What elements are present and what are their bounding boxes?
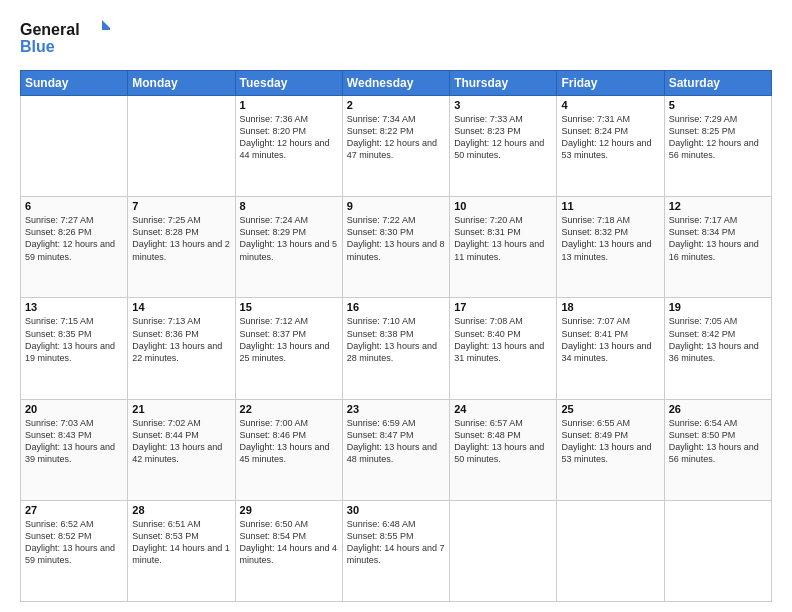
- calendar-cell: 3Sunrise: 7:33 AM Sunset: 8:23 PM Daylig…: [450, 96, 557, 197]
- day-info: Sunrise: 7:07 AM Sunset: 8:41 PM Dayligh…: [561, 315, 659, 364]
- day-info: Sunrise: 6:50 AM Sunset: 8:54 PM Dayligh…: [240, 518, 338, 567]
- day-header-tuesday: Tuesday: [235, 71, 342, 96]
- svg-text:Blue: Blue: [20, 38, 55, 55]
- calendar-cell: 16Sunrise: 7:10 AM Sunset: 8:38 PM Dayli…: [342, 298, 449, 399]
- day-info: Sunrise: 6:59 AM Sunset: 8:47 PM Dayligh…: [347, 417, 445, 466]
- day-info: Sunrise: 7:34 AM Sunset: 8:22 PM Dayligh…: [347, 113, 445, 162]
- calendar-cell: 28Sunrise: 6:51 AM Sunset: 8:53 PM Dayli…: [128, 500, 235, 601]
- day-info: Sunrise: 6:52 AM Sunset: 8:52 PM Dayligh…: [25, 518, 123, 567]
- day-number: 6: [25, 200, 123, 212]
- day-info: Sunrise: 7:05 AM Sunset: 8:42 PM Dayligh…: [669, 315, 767, 364]
- day-header-sunday: Sunday: [21, 71, 128, 96]
- day-header-monday: Monday: [128, 71, 235, 96]
- day-header-friday: Friday: [557, 71, 664, 96]
- day-number: 23: [347, 403, 445, 415]
- calendar-week-4: 20Sunrise: 7:03 AM Sunset: 8:43 PM Dayli…: [21, 399, 772, 500]
- header: General Blue: [20, 18, 772, 60]
- calendar-cell: 21Sunrise: 7:02 AM Sunset: 8:44 PM Dayli…: [128, 399, 235, 500]
- day-header-saturday: Saturday: [664, 71, 771, 96]
- day-number: 11: [561, 200, 659, 212]
- calendar-week-2: 6Sunrise: 7:27 AM Sunset: 8:26 PM Daylig…: [21, 197, 772, 298]
- day-number: 13: [25, 301, 123, 313]
- calendar-cell: 17Sunrise: 7:08 AM Sunset: 8:40 PM Dayli…: [450, 298, 557, 399]
- day-info: Sunrise: 7:27 AM Sunset: 8:26 PM Dayligh…: [25, 214, 123, 263]
- calendar-cell: 27Sunrise: 6:52 AM Sunset: 8:52 PM Dayli…: [21, 500, 128, 601]
- calendar-cell: 23Sunrise: 6:59 AM Sunset: 8:47 PM Dayli…: [342, 399, 449, 500]
- day-info: Sunrise: 7:10 AM Sunset: 8:38 PM Dayligh…: [347, 315, 445, 364]
- calendar-week-3: 13Sunrise: 7:15 AM Sunset: 8:35 PM Dayli…: [21, 298, 772, 399]
- day-number: 29: [240, 504, 338, 516]
- day-number: 9: [347, 200, 445, 212]
- day-number: 12: [669, 200, 767, 212]
- day-number: 24: [454, 403, 552, 415]
- svg-text:General: General: [20, 21, 80, 38]
- page: General Blue SundayMondayTuesdayWednesda…: [0, 0, 792, 612]
- day-number: 22: [240, 403, 338, 415]
- day-number: 26: [669, 403, 767, 415]
- day-number: 5: [669, 99, 767, 111]
- day-number: 18: [561, 301, 659, 313]
- logo-icon: General Blue: [20, 18, 110, 60]
- day-number: 8: [240, 200, 338, 212]
- calendar-cell: [664, 500, 771, 601]
- calendar-cell: 5Sunrise: 7:29 AM Sunset: 8:25 PM Daylig…: [664, 96, 771, 197]
- day-number: 27: [25, 504, 123, 516]
- day-number: 30: [347, 504, 445, 516]
- day-info: Sunrise: 7:17 AM Sunset: 8:34 PM Dayligh…: [669, 214, 767, 263]
- calendar-cell: 6Sunrise: 7:27 AM Sunset: 8:26 PM Daylig…: [21, 197, 128, 298]
- calendar-cell: 24Sunrise: 6:57 AM Sunset: 8:48 PM Dayli…: [450, 399, 557, 500]
- day-info: Sunrise: 7:25 AM Sunset: 8:28 PM Dayligh…: [132, 214, 230, 263]
- day-header-wednesday: Wednesday: [342, 71, 449, 96]
- calendar-cell: 29Sunrise: 6:50 AM Sunset: 8:54 PM Dayli…: [235, 500, 342, 601]
- calendar-cell: 15Sunrise: 7:12 AM Sunset: 8:37 PM Dayli…: [235, 298, 342, 399]
- calendar-week-1: 1Sunrise: 7:36 AM Sunset: 8:20 PM Daylig…: [21, 96, 772, 197]
- day-number: 19: [669, 301, 767, 313]
- day-number: 21: [132, 403, 230, 415]
- calendar-header-row: SundayMondayTuesdayWednesdayThursdayFrid…: [21, 71, 772, 96]
- day-info: Sunrise: 7:13 AM Sunset: 8:36 PM Dayligh…: [132, 315, 230, 364]
- day-info: Sunrise: 7:33 AM Sunset: 8:23 PM Dayligh…: [454, 113, 552, 162]
- day-info: Sunrise: 7:18 AM Sunset: 8:32 PM Dayligh…: [561, 214, 659, 263]
- calendar-cell: 22Sunrise: 7:00 AM Sunset: 8:46 PM Dayli…: [235, 399, 342, 500]
- calendar-cell: 20Sunrise: 7:03 AM Sunset: 8:43 PM Dayli…: [21, 399, 128, 500]
- day-number: 1: [240, 99, 338, 111]
- day-info: Sunrise: 7:02 AM Sunset: 8:44 PM Dayligh…: [132, 417, 230, 466]
- day-header-thursday: Thursday: [450, 71, 557, 96]
- calendar-cell: 2Sunrise: 7:34 AM Sunset: 8:22 PM Daylig…: [342, 96, 449, 197]
- calendar-table: SundayMondayTuesdayWednesdayThursdayFrid…: [20, 70, 772, 602]
- svg-marker-2: [102, 20, 110, 30]
- day-number: 17: [454, 301, 552, 313]
- day-info: Sunrise: 7:24 AM Sunset: 8:29 PM Dayligh…: [240, 214, 338, 263]
- day-info: Sunrise: 7:31 AM Sunset: 8:24 PM Dayligh…: [561, 113, 659, 162]
- day-number: 28: [132, 504, 230, 516]
- calendar-cell: 8Sunrise: 7:24 AM Sunset: 8:29 PM Daylig…: [235, 197, 342, 298]
- day-number: 14: [132, 301, 230, 313]
- day-number: 15: [240, 301, 338, 313]
- calendar-cell: 1Sunrise: 7:36 AM Sunset: 8:20 PM Daylig…: [235, 96, 342, 197]
- day-info: Sunrise: 7:15 AM Sunset: 8:35 PM Dayligh…: [25, 315, 123, 364]
- calendar-week-5: 27Sunrise: 6:52 AM Sunset: 8:52 PM Dayli…: [21, 500, 772, 601]
- day-number: 20: [25, 403, 123, 415]
- day-info: Sunrise: 6:48 AM Sunset: 8:55 PM Dayligh…: [347, 518, 445, 567]
- day-info: Sunrise: 7:20 AM Sunset: 8:31 PM Dayligh…: [454, 214, 552, 263]
- day-info: Sunrise: 6:57 AM Sunset: 8:48 PM Dayligh…: [454, 417, 552, 466]
- day-info: Sunrise: 7:03 AM Sunset: 8:43 PM Dayligh…: [25, 417, 123, 466]
- calendar-cell: 14Sunrise: 7:13 AM Sunset: 8:36 PM Dayli…: [128, 298, 235, 399]
- calendar-cell: 11Sunrise: 7:18 AM Sunset: 8:32 PM Dayli…: [557, 197, 664, 298]
- calendar-cell: [450, 500, 557, 601]
- calendar-cell: 10Sunrise: 7:20 AM Sunset: 8:31 PM Dayli…: [450, 197, 557, 298]
- logo: General Blue: [20, 18, 110, 60]
- day-number: 3: [454, 99, 552, 111]
- day-info: Sunrise: 6:51 AM Sunset: 8:53 PM Dayligh…: [132, 518, 230, 567]
- calendar-cell: [557, 500, 664, 601]
- day-info: Sunrise: 7:12 AM Sunset: 8:37 PM Dayligh…: [240, 315, 338, 364]
- calendar-cell: [128, 96, 235, 197]
- day-number: 25: [561, 403, 659, 415]
- day-info: Sunrise: 7:22 AM Sunset: 8:30 PM Dayligh…: [347, 214, 445, 263]
- day-info: Sunrise: 7:29 AM Sunset: 8:25 PM Dayligh…: [669, 113, 767, 162]
- calendar-cell: 7Sunrise: 7:25 AM Sunset: 8:28 PM Daylig…: [128, 197, 235, 298]
- day-info: Sunrise: 7:00 AM Sunset: 8:46 PM Dayligh…: [240, 417, 338, 466]
- calendar-cell: 25Sunrise: 6:55 AM Sunset: 8:49 PM Dayli…: [557, 399, 664, 500]
- calendar-cell: [21, 96, 128, 197]
- day-number: 10: [454, 200, 552, 212]
